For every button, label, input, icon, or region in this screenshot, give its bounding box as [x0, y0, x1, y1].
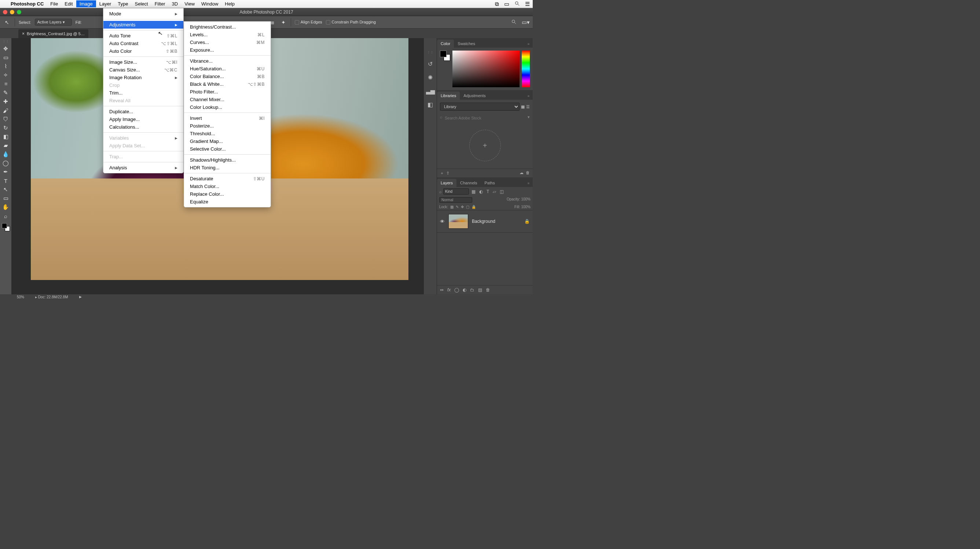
- adjustments-item-exposure[interactable]: Exposure...: [184, 46, 270, 54]
- current-tool-icon[interactable]: ↖: [3, 19, 11, 25]
- window-minimize-button[interactable]: [10, 10, 14, 14]
- tab-libraries[interactable]: Libraries: [437, 92, 460, 100]
- adjustments-item-black-white[interactable]: Black & White...⌥⇧⌘B: [184, 80, 270, 88]
- layer-thumbnail[interactable]: [449, 214, 468, 229]
- adjustments-item-invert[interactable]: Invert⌘I: [184, 114, 270, 122]
- color-field[interactable]: [452, 51, 520, 87]
- image-menu-item-adjustments[interactable]: Adjustments: [103, 21, 183, 29]
- hand-tool[interactable]: ✋: [1, 203, 11, 211]
- gradient-tool[interactable]: ▰: [1, 141, 11, 150]
- upload-icon[interactable]: ⇪: [446, 171, 450, 175]
- adjustments-item-channel-mixer[interactable]: Channel Mixer...: [184, 96, 270, 103]
- marquee-tool[interactable]: ▭: [1, 53, 11, 62]
- wand-tool[interactable]: ✧: [1, 71, 11, 79]
- workspace-switcher-icon[interactable]: ▭▾: [522, 19, 530, 25]
- type-tool[interactable]: T: [1, 176, 11, 185]
- dodge-tool[interactable]: ◯: [1, 159, 11, 168]
- layer-name[interactable]: Background: [472, 219, 520, 224]
- status-flyout-icon[interactable]: ▶: [79, 295, 82, 299]
- add-content-icon[interactable]: ＋: [440, 171, 444, 175]
- zoom-level[interactable]: 50%: [17, 295, 24, 299]
- spotlight-icon[interactable]: [514, 1, 520, 7]
- adjustments-item-vibrance[interactable]: Vibrance...: [184, 57, 270, 65]
- lock-transparency-icon[interactable]: ▩: [450, 205, 453, 209]
- adjustments-item-color-lookup[interactable]: Color Lookup...: [184, 103, 270, 111]
- constrain-path-checkbox[interactable]: Constrain Path Dragging: [326, 20, 376, 25]
- image-menu-item-analysis[interactable]: Analysis: [103, 164, 183, 171]
- menubar-app[interactable]: Photoshop CC: [7, 0, 47, 7]
- image-menu-item-apply-image[interactable]: Apply Image...: [103, 116, 183, 123]
- lasso-tool[interactable]: ⌇: [1, 62, 11, 71]
- adjustments-item-photo-filter[interactable]: Photo Filter...: [184, 88, 270, 96]
- menubar-item-type[interactable]: Type: [115, 0, 131, 7]
- adjustments-item-hue-saturation[interactable]: Hue/Saturation...⌘U: [184, 65, 270, 73]
- trash-icon[interactable]: 🗑: [526, 170, 530, 175]
- adjustments-item-threshold[interactable]: Threshold...: [184, 130, 270, 137]
- library-drop-zone[interactable]: +: [440, 125, 530, 166]
- heal-tool[interactable]: ✚: [1, 97, 11, 106]
- lock-position-icon[interactable]: ✥: [461, 205, 464, 209]
- properties-icon[interactable]: ◧: [428, 101, 433, 108]
- lock-pixels-icon[interactable]: ✎: [456, 205, 459, 209]
- image-menu-item-duplicate[interactable]: Duplicate...: [103, 108, 183, 116]
- adjustments-item-shadows-highlights[interactable]: Shadows/Highlights...: [184, 156, 270, 164]
- menubar-item-3d[interactable]: 3D: [169, 0, 181, 7]
- adjustments-item-gradient-map[interactable]: Gradient Map...: [184, 137, 270, 145]
- image-menu-item-calculations[interactable]: Calculations...: [103, 123, 183, 131]
- grid-view-icon[interactable]: ▦: [521, 105, 525, 109]
- 3d-mode-icon[interactable]: ✦: [280, 19, 287, 26]
- menubar-item-filter[interactable]: Filter: [151, 0, 169, 7]
- menubar-item-layer[interactable]: Layer: [96, 0, 115, 7]
- layer-filter-kind[interactable]: Kind: [443, 188, 469, 195]
- history-panel-icon[interactable]: ↺: [428, 60, 433, 67]
- adjustments-item-color-balance[interactable]: Color Balance...⌘B: [184, 73, 270, 80]
- screen-mirror-icon[interactable]: ⧉: [495, 1, 499, 7]
- menu-list-icon[interactable]: ☰: [525, 1, 530, 7]
- filter-adjust-icon[interactable]: ◐: [478, 189, 484, 194]
- crop-tool[interactable]: ⌗: [1, 79, 11, 88]
- eraser-tool[interactable]: ◧: [1, 132, 11, 141]
- filter-shape-icon[interactable]: ▱: [492, 189, 497, 194]
- image-menu-item-auto-tone[interactable]: Auto Tone⇧⌘L: [103, 32, 183, 40]
- menubar-item-help[interactable]: Help: [221, 0, 238, 7]
- adjustments-item-desaturate[interactable]: Desaturate⇧⌘U: [184, 175, 270, 182]
- tab-channels[interactable]: Channels: [457, 179, 480, 187]
- image-menu-item-mode[interactable]: Mode: [103, 10, 183, 17]
- pen-tool[interactable]: ✒: [1, 168, 11, 176]
- hue-slider[interactable]: [522, 51, 530, 87]
- stamp-tool[interactable]: ⛉: [1, 115, 11, 124]
- history-tool[interactable]: ↻: [1, 124, 11, 132]
- histogram-icon[interactable]: ▃▅: [426, 87, 435, 95]
- image-menu-item-auto-color[interactable]: Auto Color⇧⌘B: [103, 47, 183, 55]
- tab-swatches[interactable]: Swatches: [454, 40, 479, 48]
- menubar-item-window[interactable]: Window: [198, 0, 221, 7]
- lock-artboard-icon[interactable]: ▢: [466, 205, 469, 209]
- adjustments-item-posterize[interactable]: Posterize...: [184, 122, 270, 130]
- blur-tool[interactable]: 💧: [1, 150, 11, 159]
- link-layers-icon[interactable]: ⇔: [440, 287, 444, 292]
- layer-row[interactable]: 👁 Background 🔒: [437, 210, 533, 233]
- adjustment-layer-icon[interactable]: ◐: [463, 287, 466, 292]
- tab-layers[interactable]: Layers: [437, 179, 457, 187]
- delete-layer-icon[interactable]: 🗑: [486, 287, 490, 292]
- close-tab-icon[interactable]: ×: [22, 31, 25, 36]
- tab-adjustments[interactable]: Adjustments: [460, 92, 490, 100]
- adjustments-item-replace-color[interactable]: Replace Color...: [184, 190, 270, 198]
- adjustments-item-selective-color[interactable]: Selective Color...: [184, 145, 270, 153]
- library-search-input[interactable]: [444, 114, 528, 122]
- library-dropdown[interactable]: Library: [440, 103, 520, 111]
- lock-all-icon[interactable]: 🔒: [471, 205, 476, 209]
- menubar-item-select[interactable]: Select: [131, 0, 151, 7]
- foreground-background-swatch[interactable]: [2, 223, 10, 231]
- tab-color[interactable]: Color: [437, 40, 454, 48]
- panel-menu-icon[interactable]: ≡: [525, 92, 533, 100]
- window-close-button[interactable]: [3, 10, 7, 14]
- search-icon[interactable]: [511, 19, 517, 25]
- move-tool[interactable]: ✥: [1, 44, 11, 53]
- adjustments-item-brightness-contrast[interactable]: Brightness/Contrast...: [184, 23, 270, 31]
- fill-value[interactable]: 100%: [521, 205, 530, 209]
- blend-mode-dropdown[interactable]: Normal: [439, 197, 472, 203]
- align-edges-checkbox[interactable]: Align Edges: [295, 20, 322, 25]
- new-layer-icon[interactable]: ▤: [478, 287, 482, 292]
- panel-grip-icon[interactable]: ⋮⋮: [3, 40, 9, 43]
